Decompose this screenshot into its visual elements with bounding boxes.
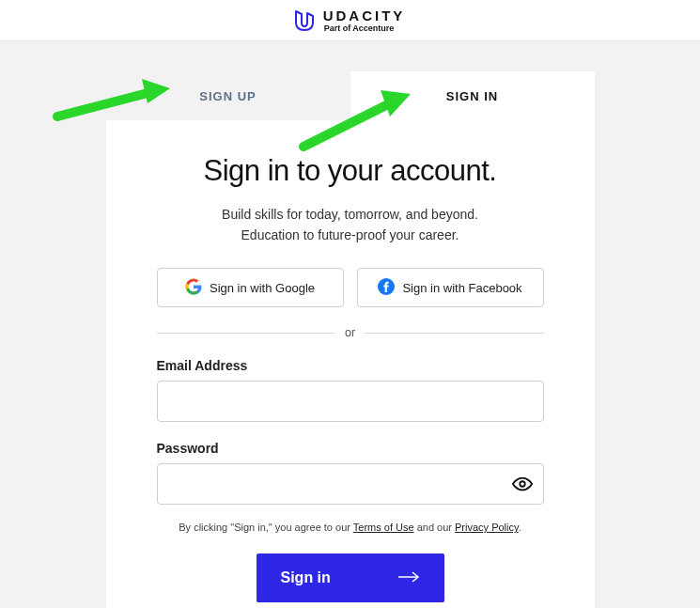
toggle-password-icon[interactable] <box>512 474 533 494</box>
tab-sign-in[interactable]: SIGN IN <box>350 71 595 120</box>
svg-point-1 <box>520 482 525 488</box>
email-field[interactable] <box>157 381 544 422</box>
password-label: Password <box>157 441 544 456</box>
site-header: UDACITY Part of Accenture <box>0 0 700 41</box>
divider-line <box>365 333 543 334</box>
arrow-right-icon <box>397 569 420 586</box>
button-label: Sign in with Google <box>210 281 315 295</box>
password-field[interactable] <box>157 463 544 505</box>
google-icon <box>185 278 202 298</box>
logo[interactable]: UDACITY Part of Accenture <box>295 8 406 33</box>
facebook-icon <box>378 278 395 298</box>
divider-line <box>157 333 335 334</box>
divider-or: or <box>157 326 544 339</box>
terms-of-use-link[interactable]: Terms of Use <box>353 522 414 533</box>
facebook-signin-button[interactable]: Sign in with Facebook <box>357 268 544 307</box>
or-text: or <box>345 326 355 339</box>
signin-button[interactable]: Sign in <box>257 553 444 602</box>
brand-tagline: Part of Accenture <box>323 24 406 33</box>
button-label: Sign in <box>281 569 331 586</box>
tab-label: SIGN IN <box>446 89 498 103</box>
page-title: Sign in to your account. <box>157 154 544 188</box>
privacy-policy-link[interactable]: Privacy Policy <box>455 522 519 533</box>
google-signin-button[interactable]: Sign in with Google <box>157 268 344 307</box>
subtitle: Build skills for today, tomorrow, and be… <box>157 205 544 245</box>
email-label: Email Address <box>157 358 544 373</box>
auth-tabs: SIGN UP SIGN IN <box>106 71 595 120</box>
terms-text: By clicking "Sign in," you agree to our … <box>157 522 544 533</box>
brand-name: UDACITY <box>323 8 406 23</box>
tab-sign-up[interactable]: SIGN UP <box>106 71 350 120</box>
signin-card: Sign in to your account. Build skills fo… <box>106 120 595 608</box>
tab-label: SIGN UP <box>199 89 256 103</box>
udacity-logo-icon <box>295 9 314 32</box>
button-label: Sign in with Facebook <box>402 281 521 295</box>
